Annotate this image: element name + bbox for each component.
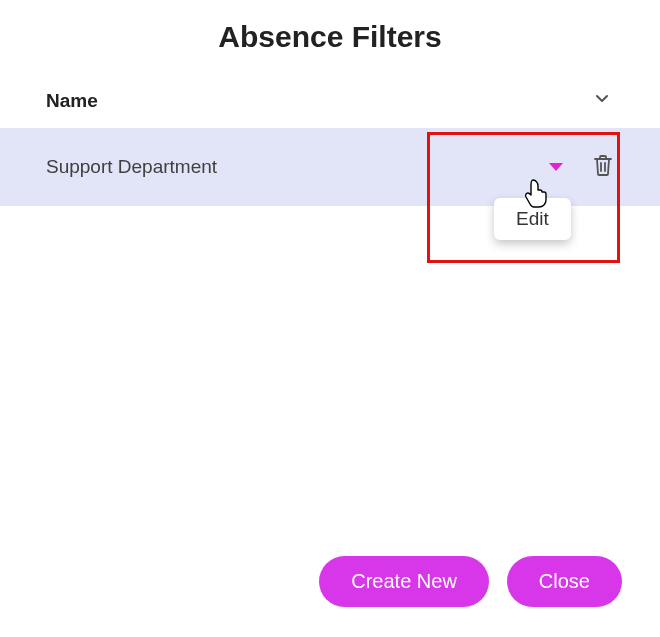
table-header-row: Name bbox=[0, 80, 660, 122]
table-row[interactable]: Support Department bbox=[0, 128, 660, 206]
close-button[interactable]: Close bbox=[507, 556, 622, 607]
row-menu-dropdown: Edit bbox=[494, 198, 571, 240]
delete-button[interactable] bbox=[592, 156, 614, 178]
svg-marker-0 bbox=[549, 163, 563, 171]
column-header-name[interactable]: Name bbox=[46, 90, 590, 112]
caret-down-icon bbox=[549, 156, 563, 178]
filters-table: Name Support Department bbox=[0, 80, 660, 206]
chevron-down-icon bbox=[594, 90, 610, 112]
dialog-title: Absence Filters bbox=[0, 0, 660, 54]
filter-name-cell: Support Department bbox=[46, 156, 548, 178]
menu-item-edit[interactable]: Edit bbox=[516, 208, 549, 230]
sort-toggle[interactable] bbox=[590, 90, 614, 112]
row-menu-button[interactable] bbox=[548, 159, 564, 175]
dialog-footer: Create New Close bbox=[319, 556, 622, 607]
trash-icon bbox=[593, 154, 613, 181]
row-actions bbox=[548, 156, 614, 178]
create-new-button[interactable]: Create New bbox=[319, 556, 489, 607]
absence-filters-dialog: Absence Filters Name Support Department bbox=[0, 0, 660, 637]
